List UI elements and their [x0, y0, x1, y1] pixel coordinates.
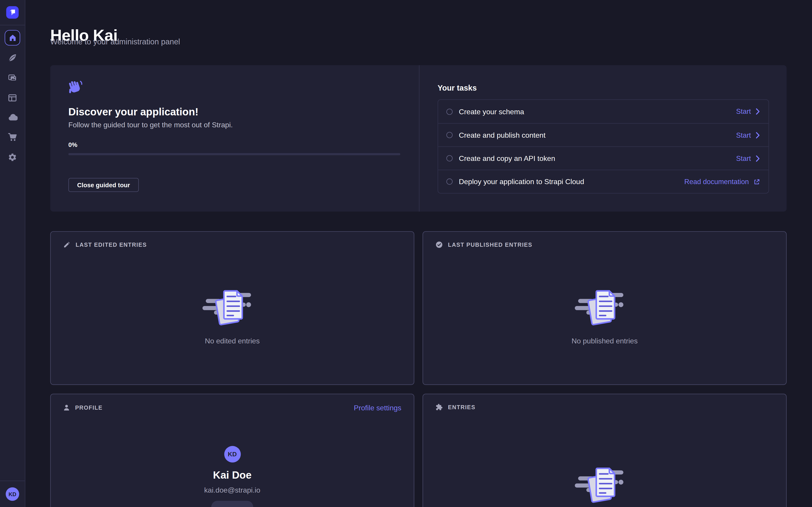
task-status-circle: [446, 108, 453, 115]
page-subtitle: Welcome to your administration panel: [50, 37, 180, 46]
chevron-right-icon: [756, 108, 760, 115]
sidebar-item-content-type-builder[interactable]: [0, 88, 25, 108]
sidebar-divider: [0, 25, 25, 25]
guided-tour-title: Discover your application!: [68, 106, 199, 118]
sidebar: KD: [0, 0, 26, 507]
images-icon: [8, 73, 17, 82]
sidebar-item-settings[interactable]: [0, 147, 25, 167]
task-start-link[interactable]: Start: [736, 131, 760, 139]
guided-tour-panel: Discover your application! Follow the gu…: [50, 65, 419, 212]
close-guided-tour-button[interactable]: Close guided tour: [68, 178, 139, 192]
strapi-logo[interactable]: [6, 6, 19, 19]
guided-tour-progress-bar: [68, 153, 400, 155]
chevron-right-icon: [756, 131, 760, 138]
task-label: Deploy your application to Strapi Cloud: [459, 178, 678, 186]
sidebar-item-media-library[interactable]: [0, 68, 25, 88]
empty-state-text: No edited entries: [205, 336, 260, 345]
external-link-icon: [754, 178, 760, 185]
empty-documents-illustration: [574, 465, 635, 505]
empty-state-text: No published entries: [571, 336, 638, 345]
guided-tour-card: Discover your application! Follow the gu…: [50, 65, 787, 212]
sidebar-item-content-manager[interactable]: [0, 48, 25, 68]
task-label: Create and copy an API token: [459, 154, 730, 163]
task-label: Create and publish content: [459, 131, 730, 139]
sidebar-bottom-divider: [0, 481, 25, 481]
profile-email: kai.doe@strapi.io: [204, 486, 260, 494]
tasks-title: Your tasks: [438, 83, 477, 92]
last-published-entries-widget: LAST PUBLISHED ENTRIES: [422, 231, 786, 385]
feather-icon: [8, 53, 17, 62]
task-status-circle: [446, 155, 453, 162]
task-start-link[interactable]: Start: [736, 154, 760, 162]
empty-documents-illustration: [202, 287, 262, 327]
task-status-circle: [446, 132, 453, 138]
profile-avatar: KD: [224, 446, 241, 462]
task-row-create-publish-content[interactable]: Create and publish content Start: [438, 123, 768, 146]
last-edited-entries-widget: LAST EDITED ENTRIES: [50, 231, 414, 385]
task-label: Create your schema: [459, 107, 730, 116]
empty-documents-illustration: [574, 287, 635, 327]
sidebar-item-home[interactable]: [5, 30, 20, 46]
task-row-create-api-token[interactable]: Create and copy an API token Start: [438, 147, 768, 170]
profile-role-badge: [211, 501, 253, 507]
read-documentation-link[interactable]: Read documentation: [684, 178, 760, 185]
chevron-right-icon: [756, 155, 760, 162]
profile-name: Kai Doe: [213, 469, 252, 481]
gear-icon: [8, 153, 17, 162]
task-row-deploy-strapi-cloud[interactable]: Deploy your application to Strapi Cloud …: [438, 170, 768, 193]
cart-icon: [8, 132, 17, 142]
strapi-admin-dashboard: KD Hello Kai Welcome to your administrat…: [0, 0, 812, 507]
guided-tour-progress-label: 0%: [68, 141, 78, 149]
entries-widget: ENTRIES: [422, 394, 786, 507]
guided-tour-description: Follow the guided tour to get the most o…: [68, 121, 233, 129]
layout-icon: [8, 93, 17, 102]
cloud-icon: [7, 112, 17, 122]
tasks-list: Create your schema Start Create and publ…: [438, 99, 769, 193]
sidebar-user-avatar[interactable]: KD: [6, 488, 19, 501]
tasks-panel: Your tasks Create your schema Start: [419, 65, 787, 212]
task-row-create-schema[interactable]: Create your schema Start: [438, 100, 768, 123]
sidebar-item-deploy[interactable]: [0, 108, 25, 127]
main-content: Hello Kai Welcome to your administration…: [26, 0, 812, 507]
sidebar-item-marketplace[interactable]: [0, 127, 25, 147]
strapi-logo-icon: [6, 6, 19, 19]
task-start-link[interactable]: Start: [736, 108, 760, 115]
task-status-circle: [446, 178, 453, 185]
waving-hand-icon: [68, 80, 82, 96]
profile-widget: PROFILE Profile settings KD Kai Doe kai.…: [50, 394, 414, 507]
home-icon: [8, 33, 17, 42]
